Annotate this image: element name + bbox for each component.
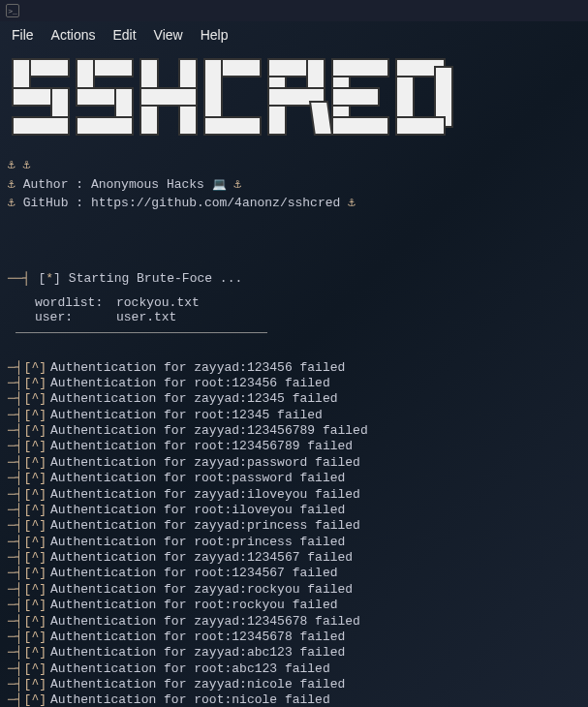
attempt-text: Authentication for root:123456789 failed [50, 439, 353, 454]
attempt-line: ─┤ [^] Authentication for root:abc123 fa… [8, 661, 580, 677]
window-titlebar: >_ [0, 0, 588, 21]
attempt-line: ─┤ [^] Authentication for root:12345678 … [8, 630, 580, 645]
line-prefix: ─┤ [8, 423, 23, 439]
menu-view[interactable]: View [154, 27, 183, 43]
terminal-icon: >_ [6, 4, 19, 17]
line-prefix: ─┤ [8, 598, 23, 613]
attempt-line: ─┤ [^] Authentication for zayyad:123456 … [8, 360, 580, 376]
attempt-text: Authentication for root:1234567 failed [50, 566, 337, 581]
wordlist-label: wordlist: [35, 295, 105, 310]
attempt-text: Authentication for root:12345 failed [50, 408, 323, 423]
divider [15, 332, 267, 333]
attempt-text: Authentication for root:123456 failed [50, 376, 330, 391]
line-prefix: ─┤ [8, 487, 23, 503]
status-bracket: [^] [24, 614, 46, 630]
attempt-line: ─┤ [^] Authentication for zayyad:nicole … [8, 677, 580, 692]
github-value: https://github.com/4anonz/sshcred [91, 196, 340, 210]
terminal-output: .block-text { font-family: 'Arial Black'… [0, 50, 588, 707]
attempt-text: Authentication for zayyad:12345 failed [50, 391, 337, 407]
status-bracket: [^] [24, 661, 46, 677]
user-value: user.txt [116, 310, 176, 324]
status-bracket: [^] [24, 535, 46, 550]
attempt-line: ─┤ [^] Authentication for root:iloveyou … [8, 503, 580, 518]
status-bracket: [^] [24, 360, 46, 376]
status-bracket: [^] [24, 487, 46, 503]
status-bracket: [^] [24, 423, 46, 439]
menu-help[interactable]: Help [201, 27, 229, 43]
github-label: GitHub : [23, 196, 83, 210]
line-prefix: ─┤ [8, 376, 23, 391]
wordlist-value: rockyou.txt [116, 295, 200, 310]
status-bracket: [^] [24, 503, 46, 518]
status-bracket: [^] [24, 391, 46, 407]
line-prefix: ──┤ [8, 271, 30, 286]
attempt-text: Authentication for zayyad:abc123 failed [50, 645, 345, 661]
author-value: Anonymous Hacks [91, 177, 204, 192]
menu-edit[interactable]: Edit [112, 27, 136, 43]
attempt-text: Authentication for zayyad:rockyou failed [50, 582, 353, 598]
attempt-text: Authentication for zayyad:123456789 fail… [50, 423, 368, 439]
attempt-line: ─┤ [^] Authentication for zayyad:princes… [8, 518, 580, 534]
anchor-icon: ⚓ [234, 177, 242, 192]
svg-rect-23 [332, 59, 388, 77]
status-bracket: [^] [24, 598, 46, 613]
line-prefix: ─┤ [8, 645, 23, 661]
line-prefix: ─┤ [8, 550, 23, 566]
attempt-line: ─┤ [^] Authentication for zayyad:rockyou… [8, 582, 580, 598]
info-block: ⚓ ⚓ ⚓ Author : Anonymous Hacks 💻 ⚓ ⚓ [8, 156, 580, 213]
attempt-text: Authentication for zayyad:12345678 faile… [50, 614, 360, 630]
attempt-text: Authentication for zayyad:password faile… [50, 455, 360, 471]
attempt-text: Authentication for root:princess failed [50, 535, 345, 550]
line-prefix: ─┤ [8, 661, 23, 677]
status-bracket: [^] [24, 566, 46, 581]
attempt-line: ─┤ [^] Authentication for zayyad:abc123 … [8, 645, 580, 661]
attempt-text: Authentication for zayyad:nicole failed [50, 677, 345, 692]
anchor-icon: ⚓ [23, 158, 31, 172]
anchor-icon: ⚓ [8, 196, 15, 210]
attempt-text: Authentication for root:abc123 failed [50, 661, 330, 677]
svg-rect-29 [396, 117, 445, 135]
menubar: File Actions Edit View Help [0, 21, 588, 50]
attempt-line: ─┤ [^] Authentication for zayyad:12345 f… [8, 391, 580, 407]
svg-rect-13 [140, 88, 197, 106]
line-prefix: ─┤ [8, 391, 23, 407]
status-bracket: [^] [24, 582, 46, 598]
user-label: user: [35, 310, 105, 324]
line-prefix: ─┤ [8, 582, 23, 598]
anchor-icon: ⚓ [348, 196, 356, 210]
sshcred-logo: .block-text { font-family: 'Arial Black'… [8, 50, 463, 142]
status-bracket: [^] [24, 692, 46, 707]
status-bracket: [^] [24, 550, 46, 566]
attempt-text: Authentication for root:rockyou failed [50, 598, 337, 613]
svg-rect-5 [13, 117, 69, 135]
svg-rect-10 [77, 117, 133, 135]
line-prefix: ─┤ [8, 471, 23, 486]
attempt-line: ─┤ [^] Authentication for zayyad:1234567… [8, 614, 580, 630]
anchor-icon: ⚓ [8, 158, 15, 172]
attempt-line: ─┤ [^] Authentication for root:nicole fa… [8, 692, 580, 707]
line-prefix: ─┤ [8, 692, 23, 707]
line-prefix: ─┤ [8, 677, 23, 692]
menu-file[interactable]: File [12, 27, 34, 43]
attempt-text: Authentication for root:12345678 failed [50, 630, 345, 645]
attempt-text: Authentication for zayyad:123456 failed [50, 360, 345, 376]
line-prefix: ─┤ [8, 439, 23, 454]
attempt-line: ─┤ [^] Authentication for root:123456 fa… [8, 376, 580, 391]
attempt-text: Authentication for root:password failed [50, 471, 345, 486]
laptop-icon: 💻 [212, 176, 227, 194]
attempt-line: ─┤ [^] Authentication for zayyad:passwor… [8, 455, 580, 471]
config-block: wordlist: rockyou.txt user: user.txt [35, 295, 580, 324]
attempt-text: Authentication for zayyad:iloveyou faile… [50, 487, 360, 503]
attempt-line: ─┤ [^] Authentication for zayyad:iloveyo… [8, 487, 580, 503]
starting-text: Starting Brute-Foce ... [69, 271, 242, 286]
line-prefix: ─┤ [8, 503, 23, 518]
attempt-line: ─┤ [^] Authentication for zayyad:1234567… [8, 550, 580, 566]
line-prefix: ─┤ [8, 455, 23, 471]
anchor-icon: ⚓ [8, 177, 15, 192]
svg-rect-25 [332, 117, 388, 135]
status-bracket: [^] [24, 376, 46, 391]
status-bracket: [^] [24, 439, 46, 454]
status-bracket: [^] [24, 455, 46, 471]
ascii-banner: .block-text { font-family: 'Arial Black'… [8, 50, 580, 146]
menu-actions[interactable]: Actions [51, 27, 96, 43]
